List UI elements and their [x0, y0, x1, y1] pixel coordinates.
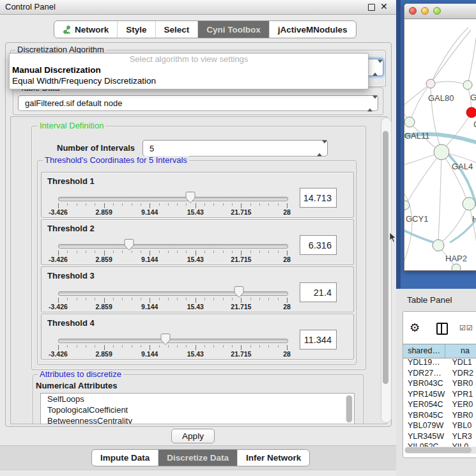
threshold-slider-track[interactable] [58, 244, 288, 249]
threshold-slider-track[interactable] [58, 291, 288, 296]
tick-mark [186, 298, 187, 300]
table-row[interactable]: YLR345WYLR3 [403, 431, 476, 442]
threshold-slider-thumb[interactable] [234, 286, 244, 298]
network-node[interactable] [463, 81, 472, 89]
table-row[interactable]: YIL052CYIL0 [403, 441, 476, 447]
threshold-slider-track[interactable] [58, 339, 288, 343]
close-traffic-light-icon[interactable] [409, 7, 417, 15]
float-panel-icon[interactable] [368, 4, 375, 11]
tab-label: Infer Network [246, 453, 301, 463]
network-node[interactable] [434, 144, 449, 160]
network-node[interactable] [433, 240, 444, 251]
attribute-item-topologicalcoefficient[interactable]: TopologicalCoefficient [41, 404, 354, 415]
attribute-item-selfloops[interactable]: SelfLoops [41, 394, 354, 404]
tick-mark [77, 298, 77, 300]
tick-mark [204, 250, 205, 253]
table-row[interactable]: YBR045CYBR0 [403, 410, 476, 421]
table-column-header-1[interactable]: shared… [403, 344, 445, 358]
network-node[interactable] [426, 79, 435, 88]
network-node[interactable] [463, 197, 475, 210]
numerical-attributes-list[interactable]: SelfLoopsTopologicalCoefficientBetweenne… [40, 393, 355, 424]
table-row[interactable]: YPR145WYPR1 [403, 389, 476, 400]
gear-icon[interactable]: ⚙ [410, 322, 420, 334]
threshold-slider-thumb[interactable] [160, 333, 171, 346]
table-horizontal-scrollbar[interactable] [404, 447, 476, 454]
network-node-label[interactable]: H [472, 214, 476, 224]
attribute-item-betweennesscentrality[interactable]: BetweennessCentrality [41, 415, 354, 424]
tick-mark [213, 203, 214, 206]
zoom-traffic-light-icon[interactable] [433, 7, 441, 15]
network-node[interactable] [452, 264, 461, 270]
tick-mark [232, 345, 233, 348]
network-node[interactable] [466, 107, 476, 118]
dropdown-option-equal-width-frequency-discretization[interactable]: Equal Width/Frequency Discretization [10, 75, 368, 86]
threshold-slider-track[interactable] [58, 197, 288, 201]
settings-vertical-scrollbar[interactable] [381, 118, 392, 423]
tick-mark [159, 345, 160, 348]
tab-select[interactable]: Select [155, 21, 198, 38]
tick-mark [58, 345, 59, 350]
checkboxes-icon[interactable]: ☑☑ [459, 324, 473, 332]
network-node-label[interactable]: HAP2 [445, 254, 467, 263]
thresholds-group-label: Threshold's Coordinates for 5 Intervals [43, 156, 189, 164]
tick-mark [250, 298, 251, 300]
tick-mark [268, 345, 269, 348]
table-column-header-2[interactable]: na [445, 344, 476, 358]
table-row[interactable]: YDR27…YDR2 [403, 368, 476, 379]
table-row[interactable]: YBR043CYBR0 [403, 378, 476, 389]
apply-button[interactable]: Apply [171, 429, 215, 443]
tab-infer-network[interactable]: Infer Network [237, 450, 309, 466]
minimize-traffic-light-icon[interactable] [421, 7, 429, 15]
attributes-list-scrollbar[interactable] [346, 395, 353, 423]
tick-label: 21.715 [231, 256, 251, 263]
close-panel-icon[interactable]: ✕ [380, 3, 387, 10]
threshold-value-field[interactable]: 21.4 [300, 282, 337, 302]
tick-label: 15.43 [187, 256, 204, 263]
tab-label: Impute Data [100, 453, 150, 463]
network-node-label[interactable]: GAL80 [428, 93, 454, 103]
tick-label: 28 [283, 256, 291, 263]
tab-network[interactable]: Network [54, 21, 117, 38]
table-header-row: shared…na [403, 344, 476, 358]
network-node-label[interactable]: GCY1 [406, 214, 428, 224]
tick-mark [250, 345, 251, 348]
tab-label: Cyni Toolbox [206, 25, 261, 35]
tick-mark [159, 250, 160, 253]
tab-cyni-toolbox[interactable]: Cyni Toolbox [197, 21, 269, 38]
network-node-label[interactable]: GAL11 [404, 131, 430, 141]
table-data-combobox[interactable]: galFiltered.sif default node [18, 95, 378, 111]
network-node-label[interactable]: C [473, 119, 476, 129]
control-panel-titlebar: Control Panel ✕ [0, 0, 396, 15]
tick-label: 15.43 [187, 208, 204, 216]
tick-mark [287, 203, 288, 208]
tick-mark [150, 345, 150, 350]
table-row[interactable]: YBL079WYBL0 [403, 420, 476, 431]
cell-name: YBR0 [447, 378, 476, 389]
network-node-label[interactable]: G [470, 93, 476, 102]
tick-mark [223, 250, 224, 253]
threshold-value-field[interactable]: 6.316 [300, 235, 337, 255]
threshold-slider-thumb[interactable] [185, 191, 196, 204]
number-of-intervals-combobox[interactable]: 5 [142, 140, 328, 157]
tick-mark [58, 250, 59, 256]
threshold-value-field[interactable]: 14.713 [300, 188, 337, 208]
tick-mark [196, 250, 196, 256]
columns-icon[interactable] [436, 323, 448, 335]
threshold-slider-thumb[interactable] [124, 238, 134, 251]
tab-discretize-data[interactable]: Discretize Data [158, 450, 237, 466]
table-row[interactable]: YDL19…YDL1 [403, 357, 476, 368]
network-canvas[interactable]: GAL80GGAL11CGAL4GCY1HHAP2 [404, 19, 476, 270]
threshold-value-field[interactable]: 11.344 [300, 330, 337, 349]
dropdown-option-manual-discretization[interactable]: Manual Discretization [10, 65, 368, 75]
tick-label: 9.144 [141, 256, 158, 263]
tick-label: 2.859 [95, 208, 112, 216]
network-node-label[interactable]: GAL4 [452, 162, 473, 171]
tick-label: 2.859 [95, 256, 112, 263]
network-node[interactable] [404, 117, 415, 127]
network-window[interactable]: GAL80GGAL11CGAL4GCY1HHAP2 [404, 3, 476, 271]
tab-impute-data[interactable]: Impute Data [92, 450, 158, 466]
tab-style[interactable]: Style [117, 21, 155, 38]
table-row[interactable]: YER054CYER0 [403, 399, 476, 410]
cell-name: YLR3 [447, 431, 476, 442]
tab-jactivemnodules[interactable]: jActiveMNodules [269, 21, 356, 38]
